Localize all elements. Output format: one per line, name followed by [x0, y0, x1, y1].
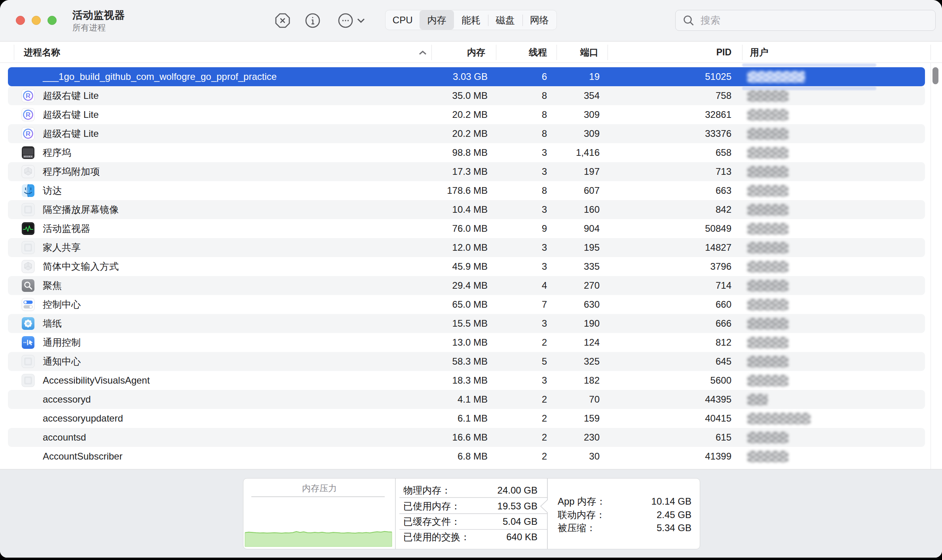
ports-value: 325: [584, 352, 600, 371]
memory-stats-box: 内存压力 物理内存：24.00 GB已使用内存：19.53 GB已缓存文件：5.…: [243, 478, 700, 549]
tab-disk[interactable]: 磁盘: [488, 10, 522, 30]
view-segmented-control: CPU内存能耗磁盘网络: [385, 10, 557, 30]
threads-value: 8: [542, 105, 547, 124]
column-separator: [931, 45, 931, 60]
memory-value: 10.4 MB: [452, 200, 488, 219]
tab-network[interactable]: 网络: [522, 10, 556, 30]
threads-value: 5: [542, 352, 547, 371]
memory-value: 98.8 MB: [452, 143, 488, 162]
table-row[interactable]: ___1go_build_github_com_wolfogre_go_ppro…: [0, 67, 942, 86]
memory-value: 16.6 MB: [452, 428, 488, 447]
user-name-blurred: [747, 242, 788, 254]
ports-value: 309: [584, 105, 600, 124]
column-separator[interactable]: [556, 45, 557, 60]
table-row[interactable]: 访达178.6 MB8607663: [0, 181, 942, 200]
table-row[interactable]: 通知中心58.3 MB5325645: [0, 352, 942, 371]
more-options-button[interactable]: [336, 11, 367, 30]
threads-value: 8: [542, 181, 547, 200]
user-name-blurred: [747, 394, 768, 405]
process-name: 隔空播放屏幕镜像: [43, 200, 119, 219]
pid-value: 713: [716, 162, 731, 181]
process-name: 程序坞: [43, 143, 71, 162]
ports-value: 1,416: [576, 143, 600, 162]
title-block: 活动监视器 所有进程: [72, 9, 125, 33]
table-header: 进程名称 内存 线程 端口 PID 用户: [0, 42, 942, 63]
inspect-process-button[interactable]: [303, 11, 322, 30]
svg-text:R: R: [26, 111, 30, 119]
tab-cpu[interactable]: CPU: [386, 10, 420, 30]
column-separator[interactable]: [608, 45, 608, 60]
column-separator[interactable]: [431, 45, 432, 60]
column-separator[interactable]: [496, 45, 496, 60]
table-row[interactable]: 通用控制13.0 MB2124812: [0, 333, 942, 352]
pid-value: 714: [716, 276, 731, 295]
pid-value: 663: [716, 181, 731, 200]
table-row[interactable]: 程序坞附加项17.3 MB3197713: [0, 162, 942, 181]
threads-value: 2: [542, 390, 547, 409]
table-row[interactable]: 简体中文输入方式45.9 MB33353796: [0, 257, 942, 276]
column-header-threads[interactable]: 线程: [529, 42, 547, 63]
column-header-pid[interactable]: PID: [716, 42, 731, 63]
threads-value: 8: [542, 86, 547, 105]
pid-value: 645: [716, 352, 731, 371]
pid-value: 615: [716, 428, 731, 447]
pid-value: 5600: [710, 371, 731, 390]
table-row[interactable]: AccessibilityVisualsAgent18.3 MB31825600: [0, 371, 942, 390]
process-name: 程序坞附加项: [43, 162, 100, 181]
search-input[interactable]: [700, 14, 906, 26]
table-row[interactable]: 墙纸15.5 MB3190666: [0, 314, 942, 333]
close-button[interactable]: [16, 16, 25, 25]
pid-value: 758: [716, 86, 731, 105]
threads-value: 8: [542, 124, 547, 143]
extension-light-icon: [21, 355, 35, 368]
table-row[interactable]: accessoryupdaterd6.1 MB215940415: [0, 409, 942, 428]
column-header-name[interactable]: 进程名称: [24, 42, 60, 63]
table-row[interactable]: R超级右键 Lite20.2 MB830932861: [0, 105, 942, 124]
memory-value: 76.0 MB: [452, 219, 488, 238]
threads-value: 2: [542, 409, 547, 428]
column-header-ports[interactable]: 端口: [580, 42, 598, 63]
memory-value: 18.3 MB: [452, 371, 488, 390]
blur-halo: [742, 63, 876, 67]
search-field[interactable]: [675, 10, 936, 31]
tab-memory[interactable]: 内存: [420, 10, 454, 30]
super-right-key-icon: R: [21, 108, 35, 121]
user-name-blurred: [747, 90, 788, 102]
info-circle-icon: [304, 12, 321, 29]
quit-process-button[interactable]: [273, 11, 292, 30]
scrollbar-track: [931, 63, 931, 469]
user-name-blurred: [747, 71, 805, 83]
tab-energy[interactable]: 能耗: [454, 10, 488, 30]
table-row[interactable]: 活动监视器76.0 MB990450849: [0, 219, 942, 238]
table-row[interactable]: 控制中心65.0 MB7630660: [0, 295, 942, 314]
user-name-blurred: [747, 337, 788, 348]
generic-plugin-icon: [21, 165, 35, 178]
ports-value: 159: [584, 409, 600, 428]
process-name: 活动监视器: [43, 219, 90, 238]
memory-value: 4.1 MB: [458, 390, 488, 409]
table-row[interactable]: 隔空播放屏幕镜像10.4 MB3160842: [0, 200, 942, 219]
pid-value: 14827: [705, 238, 731, 257]
user-name-blurred: [747, 413, 811, 424]
minimize-button[interactable]: [32, 16, 41, 25]
table-row[interactable]: R超级右键 Lite20.2 MB830933376: [0, 124, 942, 143]
table-row[interactable]: 家人共享12.0 MB319514827: [0, 238, 942, 257]
threads-value: 4: [542, 276, 547, 295]
table-row[interactable]: 程序坞98.8 MB31,416658: [0, 143, 942, 162]
column-header-user[interactable]: 用户: [750, 42, 768, 63]
table-row[interactable]: accessoryd4.1 MB27044395: [0, 390, 942, 409]
user-name-blurred: [747, 356, 788, 367]
ports-value: 354: [584, 86, 600, 105]
table-row[interactable]: 聚焦29.4 MB4270714: [0, 276, 942, 295]
column-separator[interactable]: [742, 45, 743, 60]
process-name: 墙纸: [43, 314, 62, 333]
memory-value: 45.9 MB: [452, 257, 488, 276]
memory-value: 65.0 MB: [452, 295, 488, 314]
column-header-memory[interactable]: 内存: [467, 42, 485, 63]
table-row[interactable]: AccountSubscriber6.8 MB23041399: [0, 447, 942, 466]
zoom-button[interactable]: [47, 16, 57, 25]
ports-value: 335: [584, 257, 600, 276]
pid-value: 660: [716, 295, 731, 314]
table-row[interactable]: accountsd16.6 MB2230615: [0, 428, 942, 447]
memory-value: 13.0 MB: [452, 333, 488, 352]
